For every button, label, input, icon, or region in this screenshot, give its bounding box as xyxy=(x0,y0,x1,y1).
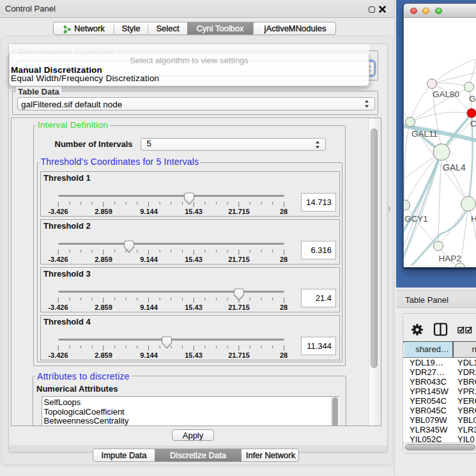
svg-text:HA: HA xyxy=(471,214,476,224)
svg-text:CO: CO xyxy=(470,119,476,128)
svg-text:GAL11: GAL11 xyxy=(411,129,438,139)
svg-text:GCY1: GCY1 xyxy=(404,214,428,224)
svg-text:GA: GA xyxy=(469,94,476,104)
svg-text:GAL80: GAL80 xyxy=(433,89,459,99)
svg-text:HAP2: HAP2 xyxy=(439,254,461,263)
svg-text:GAL4: GAL4 xyxy=(443,162,466,173)
